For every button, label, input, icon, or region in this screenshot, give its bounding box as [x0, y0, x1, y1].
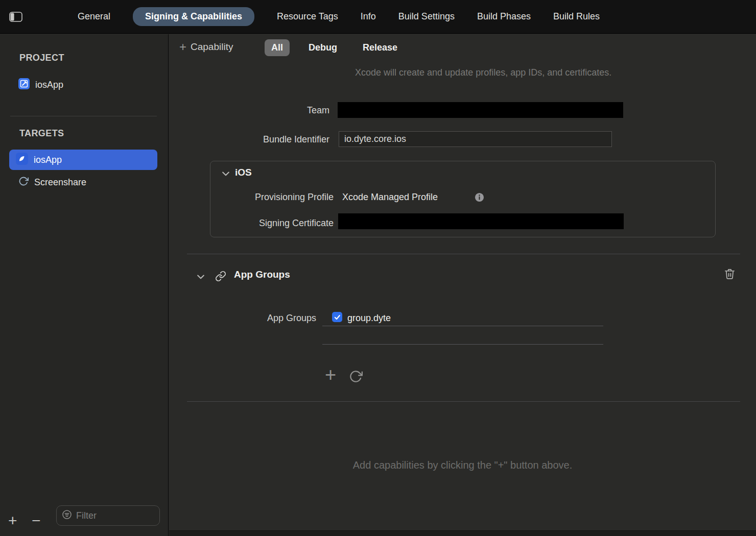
build-config-segmented-control: All Debug Release [265, 39, 404, 56]
screenshare-refresh-icon [18, 176, 29, 189]
tab-build-settings[interactable]: Build Settings [398, 11, 455, 22]
tab-build-phases[interactable]: Build Phases [477, 11, 531, 22]
bundle-identifier-label: Bundle Identifier [169, 134, 329, 145]
filter-input[interactable] [76, 510, 154, 521]
target-app-icon [16, 153, 28, 167]
project-item-label: iosApp [35, 80, 63, 90]
segment-release[interactable]: Release [356, 39, 404, 56]
add-capability-button[interactable]: + Capability [179, 41, 233, 53]
bundle-identifier-input[interactable] [339, 131, 612, 147]
divider [187, 254, 740, 254]
target-item-label: iosApp [34, 155, 62, 165]
info-icon[interactable] [475, 192, 484, 204]
trash-icon[interactable] [724, 268, 736, 282]
app-groups-row-label: App Groups [169, 313, 316, 324]
tab-info[interactable]: Info [361, 11, 376, 22]
provisioning-profile-value[interactable]: Xcode Managed Profile [342, 192, 438, 203]
app-group-checkbox[interactable] [332, 312, 342, 322]
plus-icon: + [179, 42, 186, 52]
editor-tab-bar: General Signing & Capabilities Resource … [0, 0, 756, 34]
filter-icon [62, 509, 72, 522]
chevron-down-icon[interactable] [196, 272, 206, 282]
divider [187, 401, 740, 402]
divider [322, 344, 603, 345]
project-sidebar: PROJECT iosApp TARGETS iosApp [0, 34, 169, 536]
provisioning-profile-label: Provisioning Profile [210, 192, 334, 203]
signing-certificate-label: Signing Certificate [210, 218, 334, 229]
signing-capabilities-pane: + Capability All Debug Release Xcode wil… [169, 34, 756, 536]
sidebar-toggle-icon[interactable] [9, 12, 22, 22]
signing-note-text: Xcode will create and update profiles, a… [355, 66, 613, 79]
link-icon [215, 271, 226, 284]
divider [10, 116, 157, 116]
chevron-down-icon[interactable] [221, 168, 231, 179]
divider [322, 326, 603, 326]
content-bottom-bar [169, 530, 756, 536]
project-header: PROJECT [19, 53, 64, 63]
tab-signing-capabilities[interactable]: Signing & Capabilities [133, 7, 254, 26]
project-app-icon [18, 78, 30, 92]
signing-certificate-value-redacted[interactable] [338, 213, 624, 229]
targets-header: TARGETS [19, 128, 64, 139]
refresh-app-groups-icon[interactable] [349, 370, 363, 383]
screenshare-item-label: Screenshare [34, 177, 86, 188]
add-app-group-button[interactable]: + [325, 365, 336, 384]
remove-target-button[interactable]: − [32, 514, 41, 528]
ios-signing-box: iOS Provisioning Profile Xcode Managed P… [210, 161, 716, 237]
sidebar-item-project-iosapp[interactable]: iosApp [18, 78, 63, 92]
tab-general[interactable]: General [78, 11, 110, 22]
xcode-window: General Signing & Capabilities Resource … [0, 0, 756, 536]
tabs: General Signing & Capabilities Resource … [78, 7, 600, 26]
filter-field [56, 505, 160, 526]
team-value-redacted[interactable] [338, 102, 623, 118]
app-group-name: group.dyte [347, 313, 391, 324]
sidebar-item-target-screenshare[interactable]: Screenshare [18, 176, 86, 189]
add-capability-label: Capability [191, 41, 233, 53]
app-groups-section-title: App Groups [234, 269, 290, 280]
segment-all[interactable]: All [265, 39, 290, 56]
ios-box-title: iOS [235, 167, 252, 178]
segment-debug[interactable]: Debug [302, 39, 344, 56]
add-target-button[interactable]: + [8, 514, 17, 528]
tab-build-rules[interactable]: Build Rules [553, 11, 600, 22]
team-label: Team [169, 105, 329, 116]
add-capabilities-hint: Add capabilities by clicking the "+" but… [169, 459, 756, 471]
tab-resource-tags[interactable]: Resource Tags [277, 11, 338, 22]
sidebar-item-target-iosapp[interactable]: iosApp [9, 150, 157, 170]
